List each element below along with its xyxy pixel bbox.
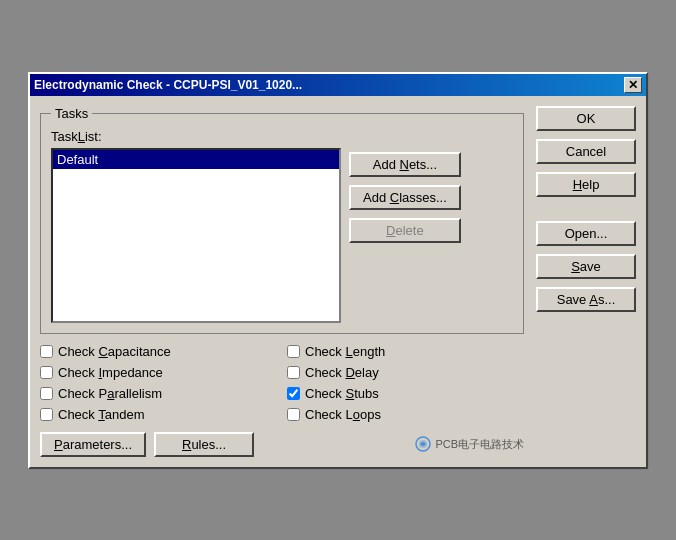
left-section: Tasks TaskList: Default Add Nets... Add … — [40, 106, 524, 457]
check-stubs-item[interactable]: Check Stubs — [287, 386, 524, 401]
watermark-icon — [415, 436, 431, 452]
right-buttons: OK Cancel Help Open... Save Save As... — [536, 106, 636, 457]
delete-button[interactable]: Delete — [349, 218, 461, 243]
check-length-item[interactable]: Check Length — [287, 344, 524, 359]
check-capacitance-checkbox[interactable] — [40, 345, 53, 358]
check-length-checkbox[interactable] — [287, 345, 300, 358]
check-stubs-checkbox[interactable] — [287, 387, 300, 400]
bottom-buttons: Parameters... Rules... PCB电子电路技术 — [40, 432, 524, 457]
ok-button[interactable]: OK — [536, 106, 636, 131]
cancel-button[interactable]: Cancel — [536, 139, 636, 164]
check-parallelism-checkbox[interactable] — [40, 387, 53, 400]
check-impedance-checkbox[interactable] — [40, 366, 53, 379]
watermark: PCB电子电路技术 — [415, 432, 524, 457]
check-tandem-label: Check Tandem — [58, 407, 144, 422]
check-impedance-label: Check Impedance — [58, 365, 163, 380]
add-classes-button[interactable]: Add Classes... — [349, 185, 461, 210]
check-loops-item[interactable]: Check Loops — [287, 407, 524, 422]
help-button[interactable]: Help — [536, 172, 636, 197]
parameters-button[interactable]: Parameters... — [40, 432, 146, 457]
check-delay-item[interactable]: Check Delay — [287, 365, 524, 380]
save-as-button[interactable]: Save As... — [536, 287, 636, 312]
check-length-label: Check Length — [305, 344, 385, 359]
task-buttons-col: Add Nets... Add Classes... Delete — [349, 148, 461, 323]
task-content-row: Default Add Nets... Add Classes... Delet… — [51, 148, 513, 323]
check-loops-label: Check Loops — [305, 407, 381, 422]
tasks-group: Tasks TaskList: Default Add Nets... Add … — [40, 106, 524, 334]
check-delay-label: Check Delay — [305, 365, 379, 380]
add-nets-button[interactable]: Add Nets... — [349, 152, 461, 177]
open-button[interactable]: Open... — [536, 221, 636, 246]
check-capacitance-label: Check Capacitance — [58, 344, 171, 359]
task-list-item-default[interactable]: Default — [53, 150, 339, 169]
check-tandem-checkbox[interactable] — [40, 408, 53, 421]
task-list-box[interactable]: Default — [51, 148, 341, 323]
checkboxes-section: Check Capacitance Check Length Check Imp… — [40, 344, 524, 422]
title-text: Electrodynamic Check - CCPU-PSI_V01_1020… — [34, 78, 624, 92]
main-window: Electrodynamic Check - CCPU-PSI_V01_1020… — [28, 72, 648, 469]
check-capacitance-item[interactable]: Check Capacitance — [40, 344, 277, 359]
check-impedance-item[interactable]: Check Impedance — [40, 365, 277, 380]
save-button[interactable]: Save — [536, 254, 636, 279]
window-body: Tasks TaskList: Default Add Nets... Add … — [30, 96, 646, 467]
main-layout: Tasks TaskList: Default Add Nets... Add … — [40, 106, 636, 457]
tasks-legend: Tasks — [51, 106, 92, 121]
check-stubs-label: Check Stubs — [305, 386, 379, 401]
check-parallelism-item[interactable]: Check Parallelism — [40, 386, 277, 401]
check-tandem-item[interactable]: Check Tandem — [40, 407, 277, 422]
title-bar: Electrodynamic Check - CCPU-PSI_V01_1020… — [30, 74, 646, 96]
rules-button[interactable]: Rules... — [154, 432, 254, 457]
watermark-text: PCB电子电路技术 — [435, 437, 524, 452]
check-delay-checkbox[interactable] — [287, 366, 300, 379]
task-list-label: TaskList: — [51, 129, 513, 144]
close-button[interactable]: ✕ — [624, 77, 642, 93]
check-loops-checkbox[interactable] — [287, 408, 300, 421]
check-parallelism-label: Check Parallelism — [58, 386, 162, 401]
